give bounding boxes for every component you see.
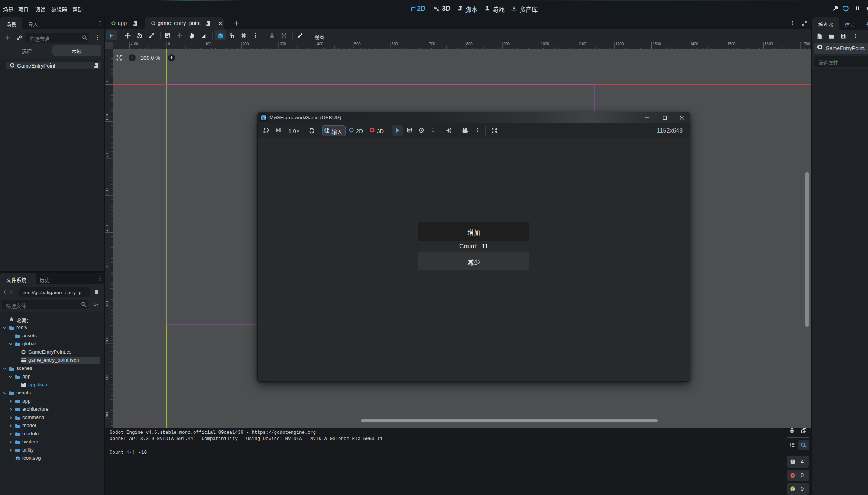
- svg-text:200: 200: [243, 42, 249, 46]
- svg-text:1600: 1600: [765, 42, 773, 46]
- svg-text:0: 0: [168, 42, 170, 46]
- svg-text:1100: 1100: [578, 42, 586, 46]
- svg-text:600: 600: [392, 42, 398, 46]
- svg-text:1000: 1000: [541, 42, 550, 46]
- svg-text:900: 900: [503, 42, 510, 46]
- svg-text:900: 900: [105, 411, 109, 417]
- svg-text:1300: 1300: [653, 42, 661, 46]
- svg-text:1400: 1400: [690, 42, 699, 46]
- svg-text:300: 300: [105, 188, 109, 195]
- svg-text:500: 500: [105, 262, 109, 268]
- svg-text:1200: 1200: [615, 42, 624, 46]
- svg-text:1700: 1700: [802, 42, 810, 46]
- svg-text:100: 100: [205, 42, 211, 46]
- svg-text:400: 400: [317, 42, 323, 46]
- svg-text:700: 700: [429, 42, 435, 46]
- svg-text:400: 400: [105, 225, 109, 232]
- svg-text:-100: -100: [131, 42, 138, 46]
- svg-text:100: 100: [105, 114, 109, 120]
- svg-text:200: 200: [105, 151, 109, 157]
- svg-text:600: 600: [105, 299, 109, 306]
- svg-text:800: 800: [466, 42, 473, 46]
- svg-text:300: 300: [280, 42, 286, 46]
- svg-text:500: 500: [354, 42, 361, 46]
- svg-text:1500: 1500: [727, 42, 736, 46]
- svg-text:700: 700: [105, 336, 109, 343]
- svg-text:800: 800: [105, 374, 109, 380]
- svg-text:0: 0: [105, 81, 109, 84]
